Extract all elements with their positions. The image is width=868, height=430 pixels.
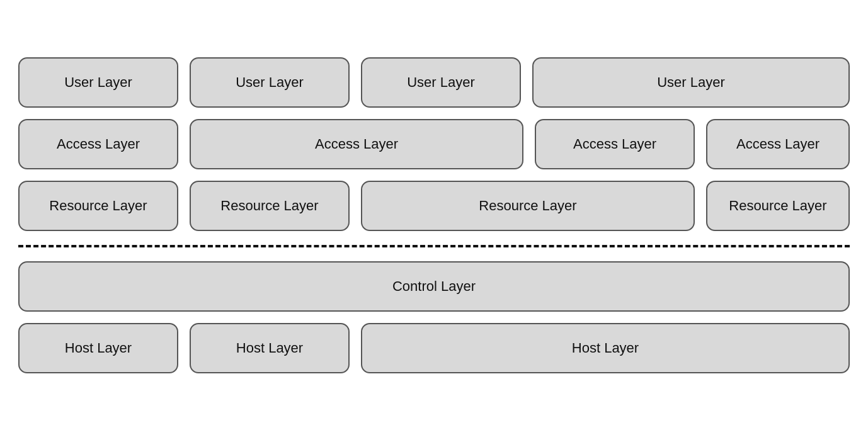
host-layer-box-1: Host Layer xyxy=(18,323,178,373)
resource-layer-box-1: Resource Layer xyxy=(18,181,178,231)
diagram-container: User Layer User Layer User Layer User La… xyxy=(12,45,856,386)
resource-layer-box-4: Resource Layer xyxy=(706,181,850,231)
user-layer-box-4: User Layer xyxy=(532,57,850,108)
host-layer-row: Host Layer Host Layer Host Layer xyxy=(18,323,850,373)
access-layer-box-1: Access Layer xyxy=(18,119,178,169)
host-layer-box-3: Host Layer xyxy=(361,323,850,373)
resource-layer-row: Resource Layer Resource Layer Resource L… xyxy=(18,181,850,231)
access-layer-row: Access Layer Access Layer Access Layer A… xyxy=(18,119,850,169)
access-layer-box-3: Access Layer xyxy=(535,119,695,169)
user-layer-box-1: User Layer xyxy=(18,57,178,108)
dashed-divider xyxy=(18,245,850,247)
user-layer-box-3: User Layer xyxy=(361,57,521,108)
control-layer-box-1: Control Layer xyxy=(18,261,850,312)
user-layer-box-2: User Layer xyxy=(190,57,350,108)
host-layer-box-2: Host Layer xyxy=(190,323,350,373)
user-layer-row: User Layer User Layer User Layer User La… xyxy=(18,57,850,108)
access-layer-box-2: Access Layer xyxy=(190,119,523,169)
control-layer-row: Control Layer xyxy=(18,261,850,312)
access-layer-box-4: Access Layer xyxy=(706,119,850,169)
resource-layer-box-2: Resource Layer xyxy=(190,181,350,231)
resource-layer-box-3: Resource Layer xyxy=(361,181,695,231)
